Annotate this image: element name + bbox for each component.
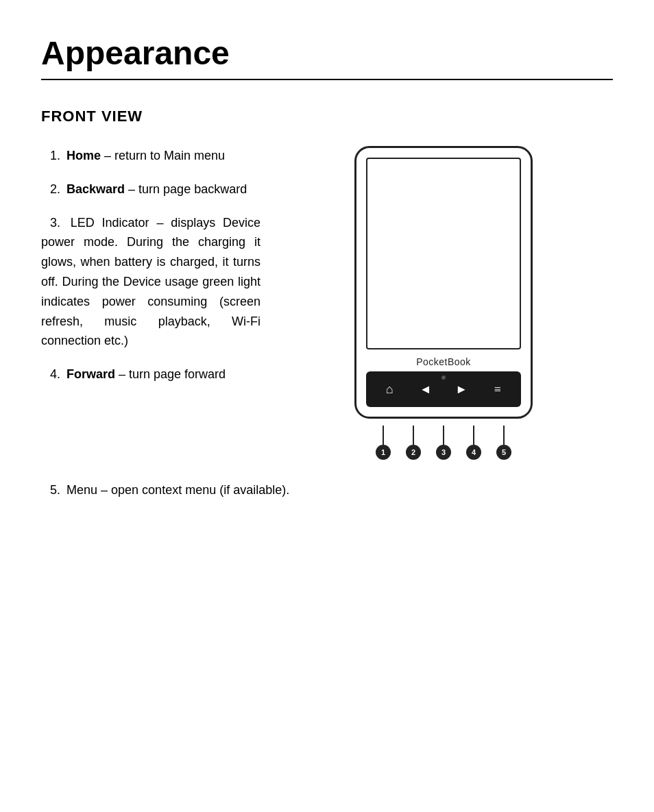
item-1-label: Home [66,149,101,162]
item-3-desc: LED Indicator – displays Device power mo… [41,216,261,348]
item-2-number: 2. [41,180,60,199]
device-illustration: PocketBook ⌂ ◄ ► ≡ 1 2 [354,146,533,460]
footer-item-5: 5. Menu – open context menu (if availabl… [41,480,613,500]
num-badge-5: 5 [496,445,511,460]
num-badge-1: 1 [376,445,391,460]
backward-button-icon: ◄ [412,377,439,402]
v-line-1 [383,426,384,445]
home-button-icon: ⌂ [376,377,403,402]
connector-5: 5 [496,426,511,460]
connector-1: 1 [376,426,391,460]
section-front-view-label: FRONT VIEW [41,108,613,125]
page-title: Appearance [41,34,613,80]
connector-2: 2 [406,426,421,460]
device-connectors: 1 2 3 4 5 [354,419,533,460]
v-line-2 [413,426,414,445]
content-area: 1. Home – return to Main menu 2. Backwar… [41,146,613,460]
item-1: 1. Home – return to Main menu [41,146,261,166]
num-badge-2: 2 [406,445,421,460]
footer-item-desc: – open context menu (if available). [97,483,289,497]
v-line-3 [443,426,444,445]
item-2-label: Backward [66,182,125,196]
footer-item-label: Menu [66,483,97,497]
item-2-desc: – turn page backward [125,182,247,196]
device-buttons-bar: ⌂ ◄ ► ≡ [366,371,521,407]
item-3-number: 3. [41,213,60,233]
connector-4: 4 [466,426,481,460]
item-1-number: 1. [41,146,60,166]
forward-button-icon: ► [448,377,475,402]
v-line-4 [473,426,474,445]
num-badge-3: 3 [436,445,451,460]
item-4-label: Forward [66,367,115,381]
menu-button-icon: ≡ [484,377,511,402]
item-4: 4. Forward – turn page forward [41,365,261,384]
device-body: PocketBook ⌂ ◄ ► ≡ [354,146,533,419]
led-dot [441,376,446,380]
footer-item-number: 5. [41,480,60,500]
device-screen [366,158,521,349]
item-4-desc: – turn page forward [115,367,226,381]
item-3: 3. LED Indicator – displays Device power… [41,213,261,352]
num-badge-4: 4 [466,445,481,460]
connector-3: 3 [436,426,451,460]
item-2: 2. Backward – turn page backward [41,180,261,199]
device-column: PocketBook ⌂ ◄ ► ≡ 1 2 [274,146,613,460]
v-line-5 [503,426,505,445]
text-column: 1. Home – return to Main menu 2. Backwar… [41,146,261,398]
item-4-number: 4. [41,365,60,384]
device-brand: PocketBook [366,356,521,367]
item-1-desc: – return to Main menu [101,149,225,162]
